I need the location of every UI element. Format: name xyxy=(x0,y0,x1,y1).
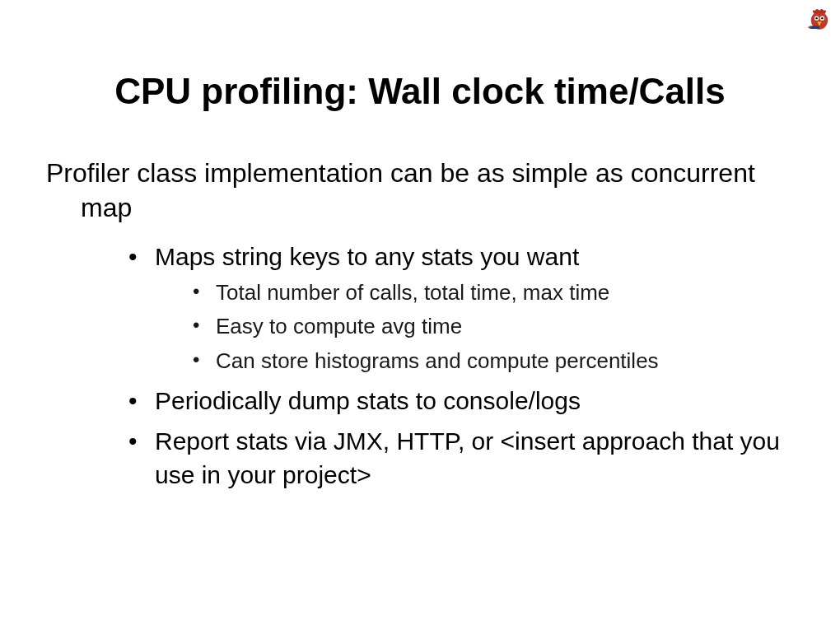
bullet-text: Periodically dump stats to console/logs xyxy=(155,387,581,414)
list-item: Maps string keys to any stats you want T… xyxy=(128,240,791,376)
list-item: Total number of calls, total time, max t… xyxy=(193,278,791,309)
svg-rect-6 xyxy=(808,26,810,28)
slide: CPU profiling: Wall clock time/Calls Pro… xyxy=(0,0,840,630)
mascot-logo-icon xyxy=(805,5,833,33)
list-item: Can store histograms and compute percent… xyxy=(193,346,791,377)
bullet-text: Maps string keys to any stats you want xyxy=(155,243,579,270)
bullet-text: Report stats via JMX, HTTP, or <insert a… xyxy=(155,427,780,488)
bullet-list: Maps string keys to any stats you want T… xyxy=(128,240,791,492)
list-item: Report stats via JMX, HTTP, or <insert a… xyxy=(128,424,791,492)
bullet-text: Easy to compute avg time xyxy=(216,314,462,338)
svg-point-4 xyxy=(821,17,823,19)
slide-body: Profiler class implementation can be as … xyxy=(46,156,791,499)
intro-paragraph: Profiler class implementation can be as … xyxy=(46,156,791,225)
svg-point-3 xyxy=(815,17,817,19)
sub-bullet-list: Total number of calls, total time, max t… xyxy=(193,278,791,377)
bullet-text: Can store histograms and compute percent… xyxy=(216,348,659,373)
svg-rect-5 xyxy=(810,26,819,29)
bullet-text: Total number of calls, total time, max t… xyxy=(216,280,609,305)
slide-title: CPU profiling: Wall clock time/Calls xyxy=(0,72,840,111)
list-item: Easy to compute avg time xyxy=(193,311,791,343)
list-item: Periodically dump stats to console/logs xyxy=(128,384,791,418)
